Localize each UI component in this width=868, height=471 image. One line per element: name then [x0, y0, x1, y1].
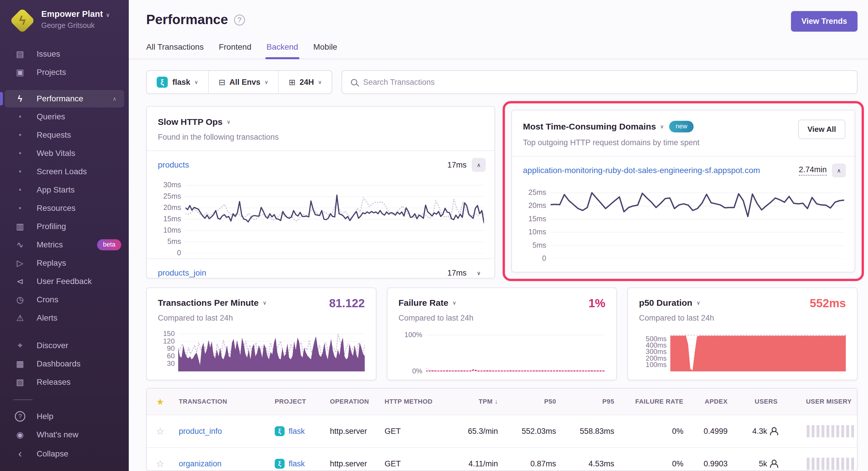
- chevron-down-icon: ∨: [452, 300, 456, 306]
- nav-spacer: [0, 327, 129, 336]
- tab-mobile[interactable]: Mobile: [313, 42, 337, 59]
- column-header-transaction[interactable]: TRANSACTION: [174, 398, 270, 405]
- failure-rate-title[interactable]: Failure Rate ∨: [399, 298, 606, 308]
- tpm-cell: 4.11/min: [443, 459, 503, 468]
- p50-duration-card: p50 Duration ∨ 552ms Compared to last 24…: [627, 288, 858, 380]
- search-input[interactable]: [363, 78, 848, 87]
- expand-row-button[interactable]: ∨: [472, 266, 486, 278]
- column-header-apdex[interactable]: APDEX: [689, 398, 733, 405]
- project-selector[interactable]: ξ flask ∨: [147, 71, 208, 94]
- slow-http-ops-card: Slow HTTP Ops ∨ Found in the following t…: [146, 106, 495, 278]
- sidebar-item-issues[interactable]: Issues: [0, 45, 129, 63]
- domain-link[interactable]: application-monitoring-ruby-dot-sales-en…: [523, 166, 760, 175]
- column-header-project[interactable]: PROJECT: [270, 398, 325, 405]
- sidebar-item-resources[interactable]: • Resources: [0, 199, 129, 217]
- view-all-button[interactable]: View All: [798, 120, 845, 139]
- column-header-p95[interactable]: P95: [561, 398, 619, 405]
- tab-bar: All Transactions Frontend Backend Mobile: [129, 27, 868, 59]
- bullet-icon: •: [13, 204, 27, 212]
- sidebar-item-metrics[interactable]: Metrics beta: [0, 236, 129, 254]
- tab-backend[interactable]: Backend: [267, 42, 298, 59]
- time-range-selector[interactable]: ⊞ 24H ∨: [278, 71, 332, 94]
- users-cell: 4.3k: [733, 427, 783, 436]
- sidebar-item-replays[interactable]: Replays: [0, 254, 129, 272]
- table-row: ☆ product_info ξ flask http.server GET 6…: [147, 415, 857, 448]
- failure-rate-subtitle: Compared to last 24h: [399, 314, 606, 323]
- projects-icon: [13, 67, 27, 77]
- sidebar-collapse-button[interactable]: Collapse: [0, 445, 129, 463]
- failure-rate-value: 1%: [589, 297, 606, 310]
- sidebar-item-whats-new[interactable]: What's new: [0, 426, 129, 444]
- chevron-down-icon: ∨: [263, 300, 267, 306]
- telescope-icon: [13, 341, 27, 350]
- profiling-icon: [13, 222, 27, 231]
- column-header-operation[interactable]: OPERATION: [325, 398, 379, 405]
- bullet-icon: •: [13, 112, 27, 121]
- sidebar-item-projects[interactable]: Projects: [0, 63, 129, 81]
- tab-all-transactions[interactable]: All Transactions: [146, 42, 204, 59]
- domains-subtitle: Top outgoing HTTP request domains by tim…: [523, 138, 844, 147]
- search-bar: [342, 70, 858, 94]
- chevron-down-icon: ∨: [265, 79, 268, 86]
- new-badge: new: [669, 121, 693, 132]
- lightning-bolt-icon: ϟ: [13, 12, 31, 30]
- sidebar-item-profiling[interactable]: Profiling: [0, 217, 129, 236]
- tab-frontend[interactable]: Frontend: [219, 42, 251, 59]
- sidebar-item-discover[interactable]: Discover: [0, 336, 129, 355]
- sidebar-item-web-vitals[interactable]: • Web Vitals: [0, 144, 129, 162]
- column-header-p50[interactable]: P50: [503, 398, 561, 405]
- sidebar-item-user-feedback[interactable]: User Feedback: [0, 272, 129, 291]
- user-misery-bars: [783, 458, 857, 470]
- sidebar-item-screen-loads[interactable]: • Screen Loads: [0, 162, 129, 180]
- tpm-cell: 65.3/min: [443, 427, 503, 436]
- apdex-cell: 0.9903: [689, 459, 733, 468]
- p50-cell: 0.87ms: [503, 459, 561, 468]
- bullet-icon: •: [13, 149, 27, 158]
- collapse-row-button[interactable]: ∧: [472, 158, 486, 172]
- line-chart: [185, 180, 484, 253]
- transaction-link[interactable]: organization: [174, 459, 270, 468]
- p50-duration-subtitle: Compared to last 24h: [639, 314, 846, 323]
- p50-cell: 552.03ms: [503, 427, 561, 436]
- star-filled-icon[interactable]: ★: [147, 397, 174, 407]
- column-header-tpm[interactable]: TPM ↓: [443, 398, 503, 405]
- chevron-down-icon: ∨: [660, 124, 664, 130]
- help-icon[interactable]: ?: [234, 14, 245, 26]
- person-icon: [771, 427, 778, 435]
- main-content: Performance ? View Trends All Transactio…: [129, 0, 868, 471]
- column-header-failure-rate[interactable]: FAILURE RATE: [619, 398, 689, 405]
- environment-selector[interactable]: ⊟ All Envs ∨: [208, 71, 278, 94]
- star-outline-icon[interactable]: ☆: [147, 426, 174, 437]
- view-trends-button[interactable]: View Trends: [791, 11, 858, 32]
- sort-arrow-down-icon: ↓: [494, 398, 498, 405]
- domains-title[interactable]: Most Time-Consuming Domains ∨ new: [523, 121, 844, 132]
- org-switcher[interactable]: ϟ Empower Plant∨ George Gritsouk: [0, 7, 129, 30]
- column-header-user-misery[interactable]: USER MISERY: [783, 398, 857, 405]
- transaction-link[interactable]: product_info: [174, 427, 270, 436]
- collapse-row-button[interactable]: ∧: [832, 164, 846, 177]
- sidebar-item-performance[interactable]: Performance ∧: [5, 90, 124, 107]
- sidebar-item-queries[interactable]: • Queries: [0, 107, 129, 126]
- sidebar-item-help[interactable]: ? Help: [0, 407, 129, 426]
- products-link[interactable]: products: [158, 160, 189, 170]
- products-duration: 17ms: [447, 161, 467, 170]
- sidebar-item-releases[interactable]: Releases: [0, 373, 129, 391]
- domain-time-spent[interactable]: 2.74min: [799, 165, 827, 176]
- column-header-users[interactable]: USERS: [733, 398, 783, 405]
- area-chart: [178, 331, 365, 371]
- sidebar-item-app-starts[interactable]: • App Starts: [0, 180, 129, 199]
- sidebar-item-crons[interactable]: Crons: [0, 291, 129, 309]
- performance-icon: [13, 94, 27, 104]
- http-method-cell: GET: [379, 459, 443, 468]
- sidebar-item-requests[interactable]: • Requests: [0, 126, 129, 144]
- sidebar: ϟ Empower Plant∨ George Gritsouk Issues …: [0, 0, 129, 471]
- sidebar-item-alerts[interactable]: Alerts: [0, 309, 129, 327]
- star-outline-icon[interactable]: ☆: [147, 458, 174, 469]
- slow-http-ops-title[interactable]: Slow HTTP Ops ∨: [158, 117, 484, 127]
- column-header-http-method[interactable]: HTTP METHOD: [379, 398, 443, 405]
- sidebar-item-dashboards[interactable]: Dashboards: [0, 355, 129, 373]
- calendar-icon: ⊞: [289, 77, 295, 87]
- products-join-link[interactable]: products_join: [158, 268, 207, 278]
- metrics-icon: [13, 240, 27, 250]
- page-header: Performance ? View Trends: [129, 0, 868, 27]
